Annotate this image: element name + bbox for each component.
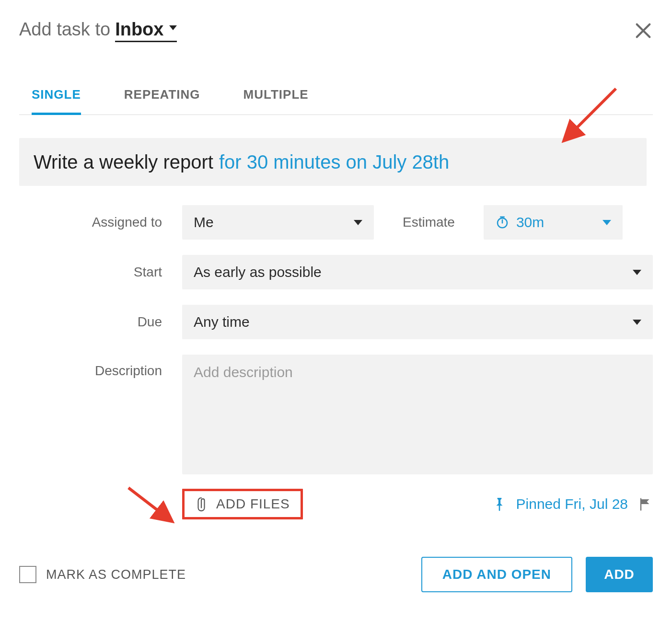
due-select[interactable]: Any time xyxy=(182,305,653,339)
add-button[interactable]: ADD xyxy=(586,557,653,592)
assigned-to-value: Me xyxy=(194,214,362,230)
tab-repeating[interactable]: REPEATING xyxy=(124,80,200,115)
due-value: Any time xyxy=(194,314,641,330)
row-due: Due Any time xyxy=(19,305,653,339)
tab-single[interactable]: SINGLE xyxy=(32,80,81,115)
row-description: Description Add description xyxy=(19,355,653,474)
paperclip-icon xyxy=(195,496,208,512)
footer-buttons: ADD AND OPEN ADD xyxy=(421,557,653,592)
estimate-value: 30m xyxy=(516,214,544,230)
task-title-input[interactable]: Write a weekly report for 30 minutes on … xyxy=(19,138,647,186)
label-assigned-to: Assigned to xyxy=(19,215,182,230)
label-estimate: Estimate xyxy=(403,215,455,230)
target-name: Inbox xyxy=(115,19,163,40)
row-start: Start As early as possible xyxy=(19,255,653,289)
row-attachments: . ADD FILES Pinned Fri, Jul 28 xyxy=(19,489,653,519)
pinned-date[interactable]: Pinned Fri, Jul 28 xyxy=(516,496,628,512)
mark-complete-label: MARK AS COMPLETE xyxy=(46,567,186,582)
mark-complete-checkbox[interactable] xyxy=(19,566,36,583)
chevron-down-icon xyxy=(633,270,641,275)
task-title-base: Write a weekly report xyxy=(34,151,213,173)
chevron-down-icon xyxy=(602,220,611,225)
description-input[interactable]: Add description xyxy=(182,355,653,474)
chevron-down-icon xyxy=(169,25,177,30)
pin-icon xyxy=(493,496,506,512)
start-controls: As early as possible xyxy=(182,255,653,289)
add-task-dialog: Add task to Inbox SINGLE REPEATING MULTI… xyxy=(0,0,672,621)
tab-multiple[interactable]: MULTIPLE xyxy=(243,80,309,115)
tabs: SINGLE REPEATING MULTIPLE xyxy=(19,80,653,115)
dialog-title: Add task to Inbox xyxy=(19,19,177,42)
row-assigned: Assigned to Me Estimate 30m xyxy=(19,205,653,240)
add-and-open-button[interactable]: ADD AND OPEN xyxy=(421,557,572,592)
assigned-controls: Me Estimate 30m xyxy=(182,205,653,240)
label-start: Start xyxy=(19,264,182,280)
timer-icon xyxy=(495,215,510,230)
start-select[interactable]: As early as possible xyxy=(182,255,653,289)
task-title-parsed: for 30 minutes on July 28th xyxy=(219,151,449,173)
task-form: Assigned to Me Estimate 30m xyxy=(19,205,653,519)
close-button[interactable] xyxy=(634,21,653,40)
label-description: Description xyxy=(19,355,182,379)
chevron-down-icon xyxy=(633,320,641,325)
dialog-footer: MARK AS COMPLETE ADD AND OPEN ADD xyxy=(19,557,653,592)
label-due: Due xyxy=(19,314,182,330)
assigned-to-select[interactable]: Me xyxy=(182,205,374,240)
start-value: As early as possible xyxy=(194,264,641,280)
flag-icon[interactable] xyxy=(638,497,653,511)
chevron-down-icon xyxy=(354,220,362,225)
description-controls: Add description xyxy=(182,355,653,474)
close-icon xyxy=(634,21,653,40)
add-files-button[interactable]: ADD FILES xyxy=(182,489,303,519)
add-files-label: ADD FILES xyxy=(216,496,290,512)
estimate-select[interactable]: 30m xyxy=(484,205,623,240)
estimate-value-wrap: 30m xyxy=(495,214,544,230)
dialog-header: Add task to Inbox xyxy=(19,19,653,42)
description-placeholder: Add description xyxy=(194,364,293,380)
due-controls: Any time xyxy=(182,305,653,339)
pin-block: Pinned Fri, Jul 28 xyxy=(493,496,653,512)
target-dropdown[interactable]: Inbox xyxy=(115,19,177,42)
title-prefix: Add task to xyxy=(19,19,110,40)
